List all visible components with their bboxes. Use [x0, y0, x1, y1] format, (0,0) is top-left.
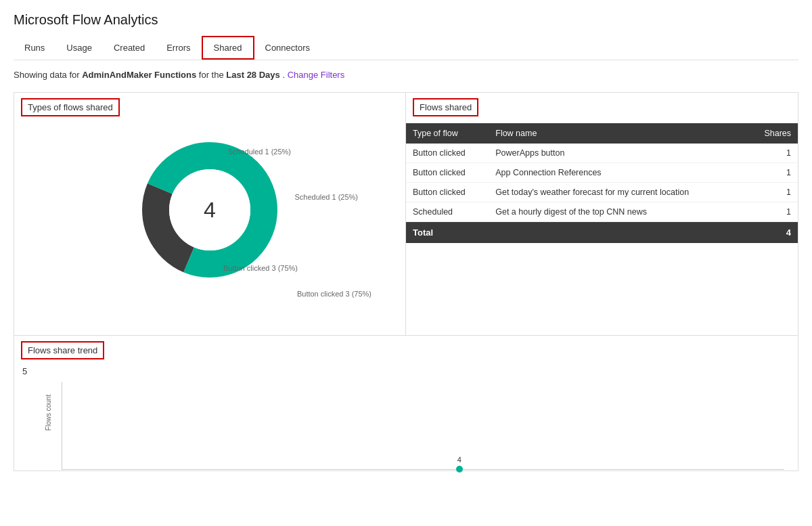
filter-suffix: . [282, 70, 287, 80]
col-shares-header: Shares [747, 123, 798, 144]
tab-connectors[interactable]: Connectors [254, 36, 321, 60]
cell-type: Scheduled [406, 202, 489, 222]
cell-shares: 1 [747, 183, 798, 202]
table-footer-row: Total 4 [406, 222, 798, 244]
filter-middle: for the [199, 70, 226, 80]
main-grid: Types of flows shared 4 Sc [14, 92, 798, 471]
y-axis-label: Flows count [45, 386, 52, 440]
donut-label-scheduled: Scheduled 1 (25%) [227, 148, 291, 156]
flows-shared-panel: Flows shared Type of flow Flow name Shar… [406, 92, 798, 336]
tab-errors[interactable]: Errors [156, 36, 201, 60]
table-row: Button clickedPowerApps button1 [406, 144, 798, 163]
donut-wrapper: 4 Scheduled 1 (25%) Button clicked 3 (75… [135, 135, 284, 284]
table-header-row: Type of flow Flow name Shares [406, 123, 798, 144]
trend-dot-label: 4 [457, 456, 461, 464]
total-label: Total [406, 222, 489, 244]
table-body: Button clickedPowerApps button1Button cl… [406, 144, 798, 222]
filter-prefix: Showing data for [14, 70, 82, 80]
filter-bar: Showing data for AdminAndMaker Functions… [14, 70, 798, 80]
table-row: Button clickedApp Connection References1 [406, 163, 798, 183]
tab-usage[interactable]: Usage [55, 36, 103, 60]
nav-tabs: Runs Usage Created Errors Shared Connect… [14, 36, 798, 60]
total-empty [489, 222, 747, 244]
flows-shared-title: Flows shared [413, 98, 478, 116]
trend-dot [456, 466, 463, 473]
types-of-flows-panel: Types of flows shared 4 Sc [14, 92, 406, 336]
trend-panel: Flows share trend 5 Flows count 4 [14, 336, 798, 471]
cell-shares: 1 [747, 144, 798, 163]
tab-runs[interactable]: Runs [14, 36, 55, 60]
filter-environment: AdminAndMaker Functions [82, 70, 196, 80]
cell-name: Get today's weather forecast for my curr… [489, 183, 747, 202]
scheduled-label-text: Scheduled 1 (25%) [294, 193, 358, 201]
tab-shared[interactable]: Shared [202, 36, 254, 60]
donut-center-value: 4 [204, 198, 216, 223]
cell-type: Button clicked [406, 183, 489, 202]
trend-panel-title: Flows share trend [21, 341, 104, 359]
cell-name: Get a hourly digest of the top CNN news [489, 202, 747, 222]
table-row: Button clickedGet today's weather foreca… [406, 183, 798, 202]
donut-chart-container: 4 Scheduled 1 (25%) Button clicked 3 (75… [14, 122, 405, 291]
button-label-text: Button clicked 3 (75%) [297, 290, 371, 298]
col-type-header: Type of flow [406, 123, 489, 144]
table-row: ScheduledGet a hourly digest of the top … [406, 202, 798, 222]
tab-created[interactable]: Created [103, 36, 156, 60]
flows-table: Type of flow Flow name Shares Button cli… [406, 123, 798, 243]
donut-label-button: Button clicked 3 (75%) [223, 264, 298, 272]
filter-period: Last 28 Days [226, 70, 280, 80]
types-panel-title: Types of flows shared [21, 98, 120, 116]
trend-chart-area: 4 [62, 382, 784, 470]
cell-type: Button clicked [406, 163, 489, 183]
total-value: 4 [747, 222, 798, 244]
cell-name: PowerApps button [489, 144, 747, 163]
col-name-header: Flow name [489, 123, 747, 144]
cell-name: App Connection References [489, 163, 747, 183]
app-title: Microsoft Flow Analytics [14, 12, 798, 28]
cell-shares: 1 [747, 202, 798, 222]
trend-value: 5 [14, 365, 798, 382]
cell-type: Button clicked [406, 144, 489, 163]
cell-shares: 1 [747, 163, 798, 183]
change-filters-link[interactable]: Change Filters [288, 70, 345, 80]
